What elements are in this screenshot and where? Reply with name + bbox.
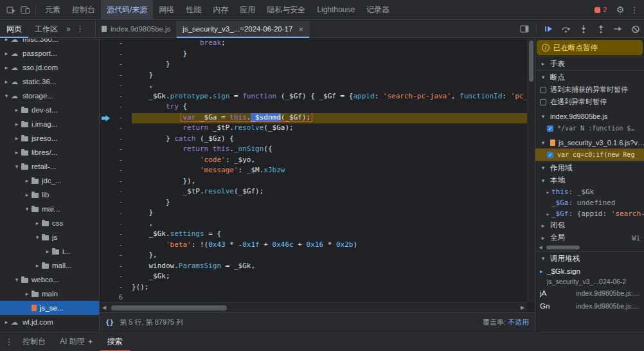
- code-text[interactable]: }: [132, 50, 527, 60]
- chevron-right-icon[interactable]: ▸: [33, 220, 41, 226]
- code-text[interactable]: var _$Ga = this._$sdnmd(_$Gf);: [132, 113, 527, 124]
- chevron-right-icon[interactable]: ▸: [13, 149, 21, 156]
- breakpoint-file-group-1[interactable]: ▾js_security_v3_0.1.6.js?v…: [535, 136, 644, 148]
- line-gutter[interactable]: -: [100, 71, 132, 82]
- navigator-tab-1[interactable]: 工作区: [28, 21, 64, 38]
- chevron-right-icon[interactable]: ▸: [3, 78, 10, 85]
- panel-tab-9[interactable]: 记录器: [361, 0, 395, 20]
- tree-item-14[interactable]: ▾js: [0, 230, 99, 244]
- scope-group-0[interactable]: ▾本地: [535, 174, 644, 186]
- chevron-right-icon[interactable]: ▸: [33, 262, 41, 269]
- panel-tab-6[interactable]: 应用: [234, 0, 261, 20]
- chevron-down-icon[interactable]: ▾: [539, 113, 547, 120]
- code-text[interactable]: _$Gk.prototype.sign = function (_$Gf) { …: [132, 92, 527, 103]
- tree-item-12[interactable]: ▾mai...: [0, 202, 99, 216]
- chevron-right-icon[interactable]: ▸: [544, 189, 551, 195]
- line-gutter[interactable]: -: [100, 251, 132, 262]
- call-stack-frame-0[interactable]: ▸_$Gk.sign: [535, 265, 644, 278]
- scope-scrollbar[interactable]: ◀: [535, 244, 644, 251]
- chevron-down-icon[interactable]: ▾: [539, 177, 547, 184]
- code-text[interactable]: }: [132, 198, 527, 209]
- section-scope[interactable]: ▾ 作用域: [535, 161, 644, 174]
- code-text[interactable]: ,: [132, 81, 527, 92]
- code-text[interactable]: break;: [132, 39, 527, 50]
- tab-overflow-chevron[interactable]: »: [64, 24, 73, 33]
- chevron-right-icon[interactable]: ▸: [3, 64, 10, 71]
- code-text[interactable]: 'message': _$M.xJbzw: [132, 166, 527, 177]
- line-gutter[interactable]: -: [100, 92, 132, 103]
- chevron-right-icon[interactable]: ▸: [13, 135, 21, 141]
- deactivate-breakpoints-button[interactable]: [627, 21, 644, 38]
- pause-on-uncaught-row[interactable]: 遇到未捕获的异常时暂停: [535, 84, 644, 96]
- chevron-right-icon[interactable]: ▸: [44, 248, 51, 255]
- line-gutter[interactable]: -: [100, 272, 132, 283]
- code-text[interactable]: ,: [132, 219, 527, 230]
- call-stack-frame-1[interactable]: jAindex.9d9805be.js:…: [535, 287, 644, 300]
- editor-vertical-scrollbar[interactable]: [527, 39, 535, 302]
- chevron-right-icon[interactable]: ▸: [23, 291, 31, 297]
- scroll-left-arrow-icon[interactable]: ◀: [537, 245, 544, 250]
- code-text[interactable]: return this._onSign({: [132, 145, 527, 156]
- drawer-menu-icon[interactable]: ⋮: [3, 337, 15, 346]
- line-gutter[interactable]: -: [100, 102, 132, 113]
- line-gutter[interactable]: -: [100, 240, 132, 251]
- chevron-right-icon[interactable]: ▸: [23, 177, 31, 184]
- chevron-down-icon[interactable]: ▾: [539, 74, 547, 80]
- line-gutter[interactable]: -: [100, 145, 132, 156]
- navigator-tab-0[interactable]: 网页: [0, 21, 28, 38]
- step-out-button[interactable]: [592, 21, 609, 38]
- tree-item-13[interactable]: ▸css: [0, 216, 99, 230]
- chevron-down-icon[interactable]: ▾: [539, 255, 547, 262]
- frame-location[interactable]: js_security_v3_...024-06-2: [535, 278, 644, 287]
- line-gutter[interactable]: -: [100, 60, 132, 71]
- code-text[interactable]: [132, 293, 527, 302]
- scope-scrollbar-thumb[interactable]: [546, 246, 580, 249]
- chevron-down-icon[interactable]: ▾: [23, 206, 31, 212]
- scroll-left-arrow-icon[interactable]: ◀: [100, 305, 109, 310]
- coverage-link[interactable]: 不适用: [508, 318, 529, 326]
- scope-variable-0[interactable]: ▸this: _$Gk: [535, 186, 644, 197]
- line-gutter[interactable]: -: [100, 187, 132, 198]
- code-text[interactable]: }();: [132, 283, 527, 294]
- drawer-tab-2[interactable]: 搜索: [100, 332, 130, 351]
- chevron-right-icon[interactable]: ▸: [539, 235, 547, 241]
- code-text[interactable]: }),: [132, 177, 527, 188]
- line-gutter[interactable]: -: [100, 50, 132, 60]
- panel-tab-7[interactable]: 隐私与安全: [261, 0, 311, 20]
- line-gutter[interactable]: -: [100, 283, 132, 294]
- tree-item-10[interactable]: ▸jdc_...: [0, 174, 99, 188]
- error-count-badge[interactable]: 2: [595, 6, 607, 14]
- code-text[interactable]: _$Gk.settings = {: [132, 230, 527, 240]
- line-gutter[interactable]: -: [100, 208, 132, 219]
- step-over-button[interactable]: [557, 21, 575, 38]
- chevron-down-icon[interactable]: ▾: [3, 93, 10, 99]
- tree-item-2[interactable]: ▸☁sso.jd.com: [0, 60, 99, 75]
- scope-variable-1[interactable]: _$Ga: undefined: [535, 197, 644, 208]
- checkbox-unchecked[interactable]: [540, 99, 546, 105]
- editor-horizontal-scrollbar[interactable]: ◀ ▶: [100, 302, 527, 312]
- tree-item-19[interactable]: js_se...: [0, 301, 99, 315]
- tree-item-1[interactable]: ▸☁passport...: [0, 46, 99, 60]
- step-into-button[interactable]: [575, 21, 592, 38]
- tree-item-15[interactable]: ▸i...: [0, 244, 99, 258]
- tree-item-6[interactable]: ▸i.imag...: [0, 117, 99, 131]
- code-text[interactable]: } catch (_$Gz) {: [132, 134, 527, 145]
- call-stack-frame-2[interactable]: Gnindex.9d9805be.js:…: [535, 300, 644, 312]
- code-text[interactable]: _$Gk;: [132, 272, 527, 283]
- panel-tab-1[interactable]: 控制台: [66, 0, 101, 20]
- chevron-right-icon[interactable]: ▸: [13, 107, 21, 113]
- line-gutter[interactable]: -: [100, 219, 132, 230]
- drawer-tab-0[interactable]: 控制台: [15, 332, 53, 351]
- vertical-scrollbar-thumb[interactable]: [529, 40, 533, 82]
- line-gutter[interactable]: -: [100, 198, 132, 209]
- tree-item-0[interactable]: ▸☁misc.360...: [0, 39, 99, 46]
- panel-tab-4[interactable]: 性能: [180, 0, 207, 20]
- code-text[interactable]: _$tP.resolve(_$Gf);: [132, 187, 527, 198]
- drawer-tab-1[interactable]: AI 助理: [53, 332, 100, 351]
- tree-item-16[interactable]: ▸mall...: [0, 258, 99, 273]
- chevron-right-icon[interactable]: ▸: [539, 222, 547, 229]
- chevron-down-icon[interactable]: ▾: [539, 165, 547, 171]
- tree-item-3[interactable]: ▸☁static.36...: [0, 75, 99, 89]
- line-gutter[interactable]: -: [100, 123, 132, 134]
- scope-variable-2[interactable]: ▸_$Gf: {appid: 'search-p: [535, 208, 644, 219]
